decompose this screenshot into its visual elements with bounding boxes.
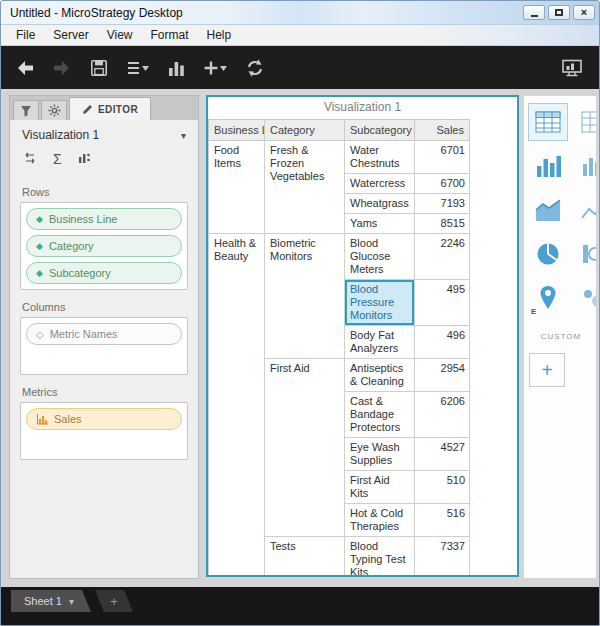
viz-type-area-chart-button[interactable] bbox=[529, 192, 567, 228]
editor-tab-label: EDITOR bbox=[98, 104, 138, 115]
attribute-pill-subcategory[interactable]: ◆ Subcategory bbox=[26, 262, 182, 284]
custom-section-label: CUSTOM bbox=[529, 332, 593, 341]
cell-sales[interactable]: 6206 bbox=[415, 392, 470, 438]
metrics-drop-zone[interactable]: Sales bbox=[20, 402, 188, 460]
cell-subcategory[interactable]: Watercress bbox=[345, 174, 415, 194]
cell-sales[interactable]: 6700 bbox=[415, 174, 470, 194]
insert-button[interactable] bbox=[203, 51, 228, 85]
visualization-selector[interactable]: Visualization 1 ▾ bbox=[10, 120, 198, 150]
cell-category[interactable]: Fresh & Frozen Vegetables bbox=[265, 141, 345, 234]
viz-type-bar-chart-button[interactable] bbox=[529, 148, 567, 184]
cell-sales[interactable]: 2246 bbox=[415, 234, 470, 280]
metric-pill-sales[interactable]: Sales bbox=[26, 408, 182, 430]
pill-label: Subcategory bbox=[49, 267, 111, 279]
add-sheet-button[interactable]: + bbox=[95, 590, 133, 612]
visualization-options-button[interactable] bbox=[78, 150, 91, 168]
column-header-business-line[interactable]: Business Line bbox=[209, 120, 265, 141]
cell-sales[interactable]: 7193 bbox=[415, 194, 470, 214]
cell-category[interactable]: Biometric Monitors bbox=[265, 234, 345, 359]
column-header-subcategory[interactable]: Subcategory bbox=[345, 120, 415, 141]
cell-sales[interactable]: 8515 bbox=[415, 214, 470, 234]
cell-sales[interactable]: 496 bbox=[415, 326, 470, 359]
cell-subcategory[interactable]: Blood Glucose Meters bbox=[345, 234, 415, 280]
column-header-sales[interactable]: Sales bbox=[415, 120, 470, 141]
cell-subcategory[interactable]: Wheatgrass bbox=[345, 194, 415, 214]
viz-type-partial-button[interactable] bbox=[581, 236, 597, 272]
pill-metric-names[interactable]: ◇ Metric Names bbox=[26, 323, 182, 345]
cell-category[interactable]: Tests bbox=[265, 537, 345, 578]
properties-tab[interactable] bbox=[41, 100, 67, 120]
menu-view[interactable]: View bbox=[98, 26, 142, 44]
attribute-diamond-icon: ◆ bbox=[36, 241, 43, 251]
column-header-category[interactable]: Category bbox=[265, 120, 345, 141]
viz-type-partial-button[interactable] bbox=[581, 148, 597, 184]
cell-sales[interactable]: 6701 bbox=[415, 141, 470, 174]
cell-subcategory[interactable]: Eye Wash Supplies bbox=[345, 438, 415, 471]
window-controls: × bbox=[520, 5, 595, 20]
pill-label: Sales bbox=[54, 413, 82, 425]
menu-help[interactable]: Help bbox=[198, 26, 241, 44]
cell-subcategory[interactable]: Antiseptics & Cleaning bbox=[345, 359, 415, 392]
presentation-mode-button[interactable] bbox=[561, 51, 583, 85]
add-data-button[interactable] bbox=[126, 51, 150, 85]
cell-sales[interactable]: 495 bbox=[415, 280, 470, 326]
filter-tab[interactable] bbox=[13, 100, 39, 120]
close-button[interactable]: × bbox=[573, 5, 595, 20]
sheet-tab-active[interactable]: Sheet 1 ▾ bbox=[11, 590, 91, 612]
viz-type-map-button[interactable]: E bbox=[529, 280, 567, 316]
insert-visualization-button[interactable] bbox=[167, 51, 186, 85]
cell-sales[interactable]: 2954 bbox=[415, 359, 470, 392]
visualization-container[interactable]: Visualization 1 Business Line Category S… bbox=[206, 95, 519, 577]
cell-subcategory[interactable]: First Aid Kits bbox=[345, 471, 415, 504]
viz-type-partial-button[interactable] bbox=[581, 280, 597, 316]
maximize-button[interactable] bbox=[548, 5, 570, 20]
viz-type-partial-button[interactable] bbox=[581, 192, 597, 228]
menu-file[interactable]: File bbox=[7, 26, 44, 44]
cell-business-line[interactable]: Health & Beauty bbox=[209, 234, 265, 578]
cell-subcategory[interactable]: Hot & Cold Therapies bbox=[345, 504, 415, 537]
save-button[interactable] bbox=[89, 51, 109, 85]
attribute-pill-business-line[interactable]: ◆ Business Line bbox=[26, 208, 182, 230]
cell-sales[interactable]: 4527 bbox=[415, 438, 470, 471]
chevron-down-icon: ▾ bbox=[69, 596, 74, 607]
cell-subcategory-selected[interactable]: Blood Pressure Monitors bbox=[345, 280, 415, 326]
viz-type-partial-button[interactable] bbox=[581, 104, 597, 140]
swap-axes-button[interactable] bbox=[23, 150, 37, 168]
cell-category[interactable]: First Aid bbox=[265, 359, 345, 537]
cell-sales[interactable]: 7337 bbox=[415, 537, 470, 578]
bar-chart-icon bbox=[534, 153, 562, 179]
menu-format[interactable]: Format bbox=[141, 26, 197, 44]
cell-sales[interactable]: 510 bbox=[415, 471, 470, 504]
rows-drop-zone[interactable]: ◆ Business Line ◆ Category ◆ Subcategory bbox=[20, 202, 188, 290]
attribute-pill-category[interactable]: ◆ Category bbox=[26, 235, 182, 257]
cell-sales[interactable]: 516 bbox=[415, 504, 470, 537]
rows-section-label: Rows bbox=[22, 186, 186, 198]
add-custom-visualization-button[interactable]: + bbox=[529, 353, 565, 387]
visualization-grid: Business Line Category Subcategory Sales… bbox=[208, 119, 470, 577]
cell-subcategory[interactable]: Body Fat Analyzers bbox=[345, 326, 415, 359]
minimize-button[interactable] bbox=[523, 5, 545, 20]
refresh-button[interactable] bbox=[245, 51, 265, 85]
partial-icon bbox=[581, 110, 597, 134]
visualization-selector-label: Visualization 1 bbox=[22, 128, 99, 142]
back-button[interactable] bbox=[15, 51, 35, 85]
totals-button[interactable]: Σ bbox=[53, 150, 62, 168]
viz-type-pie-chart-button[interactable] bbox=[529, 236, 567, 272]
cell-subcategory[interactable]: Blood Typing Test Kits bbox=[345, 537, 415, 578]
cell-subcategory[interactable]: Yams bbox=[345, 214, 415, 234]
forward-button[interactable] bbox=[52, 51, 72, 85]
funnel-icon bbox=[20, 105, 32, 117]
columns-drop-zone[interactable]: ◇ Metric Names bbox=[20, 317, 188, 375]
viz-type-grid-button[interactable] bbox=[529, 104, 567, 140]
map-pin-icon bbox=[536, 285, 560, 311]
tab-editor[interactable]: EDITOR bbox=[69, 97, 151, 120]
cell-subcategory[interactable]: Cast & Bandage Protectors bbox=[345, 392, 415, 438]
cell-business-line[interactable]: Food Items bbox=[209, 141, 265, 234]
title-bar: Untitled - MicroStrategy Desktop × bbox=[1, 1, 599, 25]
pie-chart-icon bbox=[535, 241, 561, 267]
cell-subcategory[interactable]: Water Chestnuts bbox=[345, 141, 415, 174]
menu-server[interactable]: Server bbox=[44, 26, 97, 44]
panel-tabstrip: EDITOR bbox=[10, 96, 198, 120]
pill-label: Category bbox=[49, 240, 94, 252]
add-data-icon bbox=[126, 59, 150, 77]
